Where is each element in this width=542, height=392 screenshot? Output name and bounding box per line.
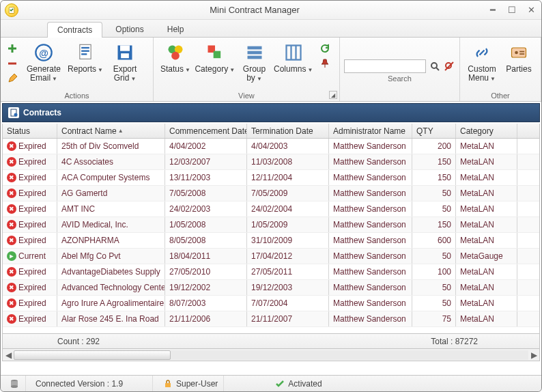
grid: Status Contract Name▲ Commencement Date … xyxy=(2,124,540,349)
cell-status: ✖Expired xyxy=(3,186,57,201)
scroll-track[interactable] xyxy=(14,350,528,360)
status-bar: Connected Version : 1.9 Super-User Activ… xyxy=(1,375,541,391)
tab-help[interactable]: Help xyxy=(157,21,195,37)
status-badge-icon: ✖ xyxy=(7,188,16,198)
category-label: Category xyxy=(195,64,228,74)
svg-rect-18 xyxy=(286,46,300,60)
clear-search-button[interactable] xyxy=(443,59,455,73)
add-button[interactable] xyxy=(5,42,20,55)
table-row[interactable]: ✖ExpiredAgro Irure A Agroalimentaire8/07… xyxy=(3,296,539,311)
cell-admin: Matthew Sanderson xyxy=(329,217,412,232)
svg-point-26 xyxy=(515,51,518,55)
scroll-thumb[interactable] xyxy=(14,350,171,360)
search-button[interactable] xyxy=(429,59,441,73)
cell-contract-name: Alar Rose 245 E. Ina Road xyxy=(57,311,165,326)
status-label: Status xyxy=(160,64,184,74)
table-row[interactable]: ✖ExpiredAlar Rose 245 E. Ina Road21/11/2… xyxy=(3,311,539,327)
category-button[interactable]: Category▼ xyxy=(195,40,236,76)
cell-qty: 100 xyxy=(412,264,456,279)
remove-button[interactable] xyxy=(5,57,20,70)
table-row[interactable]: ✖ExpiredAdvantageDiabetes Supply27/05/20… xyxy=(3,264,539,280)
group-by-button[interactable]: Groupby▼ xyxy=(237,40,272,85)
svg-rect-6 xyxy=(81,53,87,55)
maximize-button[interactable]: ☐ xyxy=(506,5,518,15)
table-row[interactable]: ►CurrentAbel Mfg Co Pvt18/04/201117/04/2… xyxy=(3,249,539,264)
col-category[interactable]: Category xyxy=(456,124,517,138)
tab-options[interactable]: Options xyxy=(105,21,154,37)
svg-rect-17 xyxy=(247,56,261,59)
status-badge-icon: ✖ xyxy=(7,157,16,167)
panel-title: Contracts xyxy=(23,108,61,117)
status-button[interactable]: Status▼ xyxy=(158,40,193,76)
cell-qty: 50 xyxy=(412,296,456,311)
app-icon xyxy=(5,3,18,17)
table-row[interactable]: ✖Expired25th of Div Scomveld4/04/20024/0… xyxy=(3,139,539,154)
col-qty[interactable]: QTY xyxy=(412,124,456,138)
col-admin[interactable]: Administrator Name xyxy=(329,124,412,138)
tab-contracts[interactable]: Contracts xyxy=(47,22,102,38)
columns-button[interactable]: Columns▼ xyxy=(274,40,313,76)
cell-termination: 11/03/2008 xyxy=(247,154,329,169)
edit-button[interactable] xyxy=(5,72,20,85)
cell-status: ►Current xyxy=(3,249,57,264)
search-input[interactable] xyxy=(344,59,426,73)
cell-status: ✖Expired xyxy=(3,311,57,326)
document-icon xyxy=(8,107,19,118)
parties-button[interactable]: Parties xyxy=(501,40,537,75)
cell-admin: Matthew Sanderson xyxy=(329,154,412,169)
cell-admin: Matthew Sanderson xyxy=(329,170,412,185)
col-contract-name[interactable]: Contract Name▲ xyxy=(57,124,165,138)
cell-qty: 150 xyxy=(412,154,456,169)
cell-qty: 50 xyxy=(412,280,456,295)
cell-category: MetaLAN xyxy=(456,296,517,311)
status-badge-icon: ✖ xyxy=(7,204,16,214)
col-status[interactable]: Status xyxy=(3,124,57,138)
cell-termination: 4/04/2003 xyxy=(247,139,329,154)
table-row[interactable]: ✖ExpiredAG Gamertd7/05/20087/05/2009Matt… xyxy=(3,186,539,201)
cell-category: MetaLAN xyxy=(456,264,517,279)
cell-category: MetaLAN xyxy=(456,139,517,154)
at-icon: @ xyxy=(33,42,55,64)
scroll-left-button[interactable]: ◀ xyxy=(3,350,14,360)
grid-body[interactable]: ✖Expired25th of Div Scomveld4/04/20024/0… xyxy=(3,139,539,333)
custom-menu-button[interactable]: CustomMenu▼ xyxy=(464,40,500,85)
ribbon-group-actions: @ GenerateEmail▼ Reports▼ ExportGrid▼ Ac… xyxy=(1,38,154,101)
svg-point-30 xyxy=(14,113,18,117)
reports-button[interactable]: Reports▼ xyxy=(65,40,106,76)
horizontal-scrollbar[interactable]: ◀ ▶ xyxy=(2,349,540,361)
col-termination[interactable]: Termination Date xyxy=(247,124,329,138)
svg-rect-8 xyxy=(120,46,130,51)
svg-rect-15 xyxy=(247,46,261,50)
minimize-button[interactable]: ━ xyxy=(487,5,499,15)
table-row[interactable]: ✖ExpiredAMT INC24/02/200324/02/2004Matth… xyxy=(3,201,539,217)
svg-rect-14 xyxy=(213,51,220,59)
pin-button[interactable] xyxy=(317,57,332,70)
table-row[interactable]: ✖ExpiredAVID Medical, Inc.1/05/20081/05/… xyxy=(3,217,539,233)
refresh-button[interactable] xyxy=(317,42,332,55)
view-dialog-launcher[interactable]: ◢ xyxy=(329,91,337,99)
table-row[interactable]: ✖ExpiredAZONPHARMA8/05/200831/10/2009Mat… xyxy=(3,233,539,249)
table-row[interactable]: ✖Expired4C Associates12/03/200711/03/200… xyxy=(3,154,539,170)
cell-termination: 31/10/2009 xyxy=(247,233,329,248)
cell-contract-name: ACA Computer Systems xyxy=(57,170,165,185)
cell-termination: 7/05/2009 xyxy=(247,186,329,201)
cell-category: MetaLAN xyxy=(456,170,517,185)
scroll-right-button[interactable]: ▶ xyxy=(528,350,539,360)
status-badge-icon: ✖ xyxy=(7,236,16,245)
export-grid-button[interactable]: ExportGrid▼ xyxy=(107,40,143,85)
col-commencement[interactable]: Commencement Date xyxy=(165,124,247,138)
close-button[interactable]: ✕ xyxy=(525,5,537,15)
table-row[interactable]: ✖ExpiredACA Computer Systems13/11/200312… xyxy=(3,170,539,186)
cell-commencement: 27/05/2010 xyxy=(165,264,247,279)
floppy-icon xyxy=(114,42,136,64)
table-row[interactable]: ✖ExpiredAdvanced Technology Center,19/12… xyxy=(3,280,539,296)
cell-termination: 17/04/2012 xyxy=(247,249,329,264)
cell-qty: 75 xyxy=(412,311,456,326)
grid-total: Total : 87272 xyxy=(431,337,539,346)
generate-email-button[interactable]: @ GenerateEmail▼ xyxy=(24,40,63,85)
svg-rect-27 xyxy=(519,51,524,53)
svg-point-33 xyxy=(11,385,18,388)
reports-label: Reports xyxy=(68,64,96,74)
cell-termination: 19/12/2003 xyxy=(247,280,329,295)
cell-category: MetaLAN xyxy=(456,186,517,201)
